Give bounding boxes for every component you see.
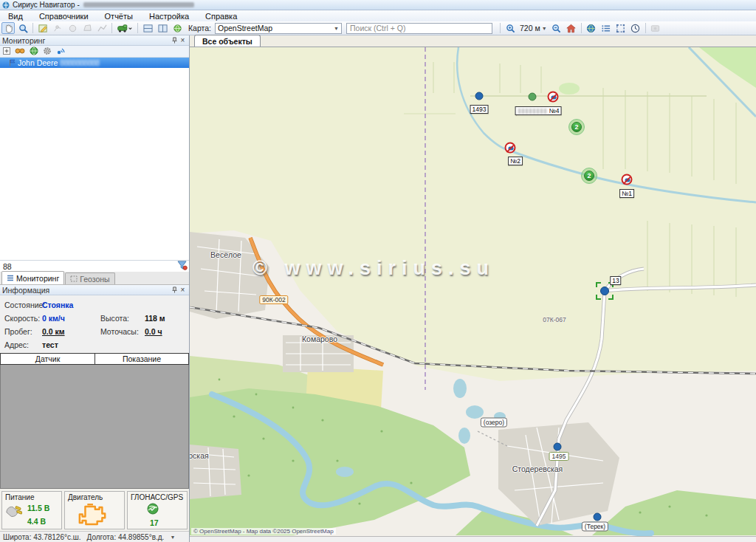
monitoring-panel-title: Мониторинг (2, 36, 45, 45)
geozones-frame-icon[interactable] (614, 22, 628, 34)
map-3d-icon[interactable] (171, 22, 184, 34)
map-tab-all-objects[interactable]: Все объекты (194, 35, 261, 47)
no-water-marker[interactable] (505, 143, 516, 154)
vehicles-menu-icon[interactable] (115, 22, 134, 34)
pin-icon[interactable] (171, 286, 179, 294)
vehicle-name: John Deere (18, 58, 58, 67)
send-command-icon[interactable] (56, 47, 65, 57)
map-provider-select[interactable]: OpenStreetMap▼ (215, 23, 342, 34)
marker-label: 13 (610, 276, 621, 285)
water-label: (озеро) (481, 418, 507, 428)
tab-monitoring[interactable]: Мониторинг (1, 271, 64, 284)
redacted-title-text (83, 2, 194, 7)
flag-icon (9, 59, 16, 66)
menu-help[interactable]: Справка (197, 12, 245, 21)
menu-directories[interactable]: Справочники (31, 12, 97, 21)
road-ref-label: 90К-002 (259, 295, 288, 304)
main-toolbar: Карта: OpenStreetMap▼ 720 м▼ (0, 21, 756, 35)
split-screen-vertical-icon[interactable] (156, 22, 169, 34)
sensors-table-body[interactable] (0, 365, 189, 489)
hours-value: 0.0 ч (145, 327, 162, 336)
no-water-marker[interactable] (622, 174, 633, 185)
menu-reports[interactable]: Отчёты (97, 12, 141, 21)
coordinates-statusbar: Широта: 43.78126°с.ш. Долгота: 44.89855°… (0, 531, 189, 542)
gps-label: ГЛОНАСС/GPS (131, 493, 184, 501)
zoom-in-icon[interactable] (504, 22, 517, 34)
power-gauge: Питание 11.5 В 4.4 В (1, 491, 62, 529)
power-plug-icon (4, 504, 22, 519)
cluster-marker[interactable]: 2 (568, 119, 585, 135)
window-title: Сириус Навигатор - (13, 1, 80, 9)
engine-icon (77, 504, 108, 526)
hours-label: Моточасы: (100, 327, 139, 336)
show-on-map-icon[interactable] (30, 47, 38, 57)
add-polygon-geozone-icon[interactable] (80, 22, 94, 34)
menu-bar: Вид Справочники Отчёты Настройка Справка (0, 10, 756, 21)
globe-icon[interactable] (585, 22, 598, 34)
menu-settings[interactable]: Настройка (141, 12, 197, 21)
green-dot-marker[interactable] (529, 93, 537, 101)
speed-value: 0 км/ч (42, 314, 65, 323)
vehicle-dot-marker[interactable] (554, 443, 562, 451)
zoom-select-icon[interactable] (16, 22, 30, 34)
title-bar: Сириус Навигатор - (0, 0, 756, 10)
home-icon[interactable] (565, 22, 578, 34)
legend-list-icon[interactable] (599, 22, 613, 34)
address-label: Адрес: (4, 340, 29, 349)
chevron-down-icon[interactable]: ▼ (170, 535, 175, 540)
menu-view[interactable]: Вид (0, 12, 31, 21)
map-attribution: © OpenStreetMap - Map data ©2025 OpenStr… (191, 528, 336, 535)
column-reading: Показание (95, 354, 188, 364)
vehicle-dot-marker[interactable] (475, 92, 484, 100)
place-label: Комарово (302, 335, 337, 343)
info-panel-header: Информация × (0, 285, 189, 295)
tab-geozones[interactable]: Геозоны (65, 272, 114, 284)
satellite-icon (147, 503, 159, 515)
vehicle-dot-marker[interactable] (594, 513, 602, 521)
tree-item-vehicle[interactable]: John Deere 8888888888 (0, 58, 189, 68)
cluster-marker[interactable]: 2 (581, 168, 597, 184)
frame-icon (70, 275, 78, 282)
scale-select[interactable]: 720 м▼ (518, 24, 549, 32)
settings-gear-icon[interactable] (43, 47, 52, 57)
search-input[interactable] (347, 24, 492, 32)
split-screen-horizontal-icon[interactable] (141, 22, 154, 34)
screenshot-icon[interactable] (649, 22, 662, 34)
close-icon[interactable]: × (179, 286, 187, 294)
filter-funnel-icon[interactable] (177, 261, 188, 272)
add-polyline-geozone-icon[interactable] (95, 22, 109, 34)
engine-gauge: Двигатель (64, 491, 125, 529)
map-tab-bar: Все объекты (190, 35, 756, 47)
pan-tool-icon[interactable] (1, 22, 15, 34)
place-label: Весёлое (210, 250, 241, 259)
objects-tree[interactable]: John Deere 8888888888 (0, 58, 189, 260)
masked-marker-label: №4 (515, 106, 562, 115)
expand-all-icon[interactable] (3, 47, 10, 56)
satellites-count: 17 (150, 518, 159, 527)
zoom-out-icon[interactable] (550, 22, 563, 34)
pin-icon[interactable] (171, 36, 179, 44)
altitude-label: Высота: (100, 314, 129, 323)
close-icon[interactable]: × (179, 36, 187, 44)
map-canvas[interactable]: ВесёлоеКомаровоСтодеревскаярская90К-0020… (190, 47, 756, 536)
speed-label: Скорость: (4, 314, 40, 323)
edit-map-icon[interactable] (36, 22, 49, 34)
map-provider-label: Карта: (188, 24, 211, 32)
altitude-value: 118 м (145, 314, 165, 323)
application-window: Сириус Навигатор - Вид Справочники Отчёт… (0, 0, 756, 542)
search-box (346, 23, 492, 34)
add-track-point-icon[interactable] (51, 22, 64, 34)
base-map (190, 47, 756, 536)
mileage-value: 0.0 км (42, 327, 65, 336)
info-fields: Состояние: Стоянка Скорость: 0 км/ч Высо… (0, 295, 189, 353)
filter-input[interactable] (1, 261, 177, 272)
latitude-value: Широта: 43.78126°с.ш. (3, 533, 81, 541)
history-clock-icon[interactable] (629, 22, 642, 34)
sensors-table-header: Датчик Показание (0, 353, 189, 365)
state-label: Состояние: (4, 301, 45, 309)
map-area: Все объекты (190, 35, 756, 536)
add-circle-geozone-icon[interactable] (66, 22, 79, 34)
no-water-marker[interactable] (548, 92, 559, 103)
engine-label: Двигатель (68, 493, 121, 501)
search-objects-icon[interactable] (15, 47, 25, 56)
